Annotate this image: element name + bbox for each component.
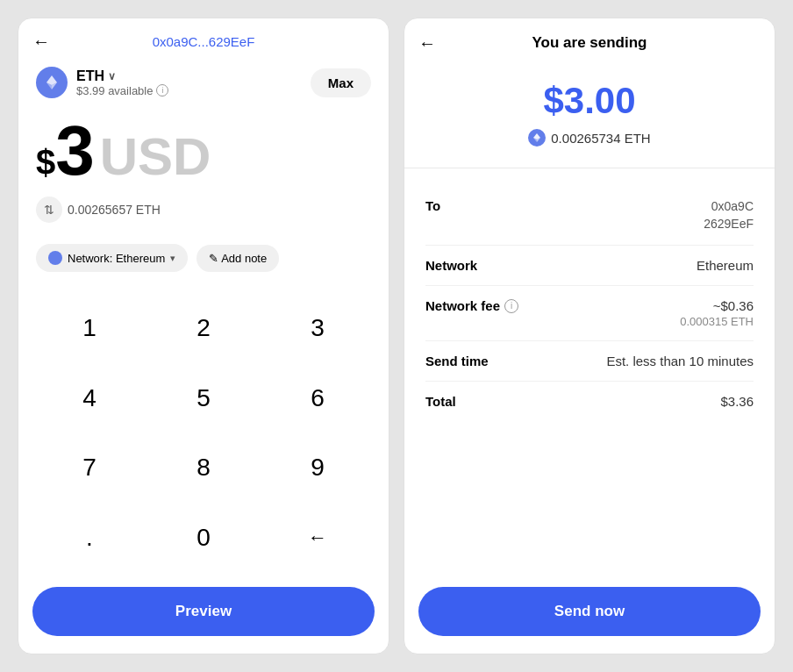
preview-button[interactable]: Preview [32, 587, 375, 636]
key-3[interactable]: 3 [261, 293, 375, 363]
fee-label-row: Network fee i [425, 298, 518, 313]
key-0[interactable]: 0 [146, 503, 261, 573]
right-header-title: You are sending [532, 34, 647, 52]
right-header: ← You are sending [404, 18, 775, 62]
details-wrapper: To 0x0a9C 2629EeF Network Ethereum Netwo… [404, 168, 775, 654]
key-backspace[interactable]: ← [261, 503, 375, 573]
left-back-arrow[interactable]: ← [32, 32, 50, 52]
total-label: Total [425, 394, 456, 409]
send-time-value: Est. less than 10 minutes [606, 354, 754, 368]
network-value: Ethereum [697, 258, 754, 273]
fee-eth: 0.000315 ETH [680, 315, 754, 328]
to-address-line1: 0x0a9C [704, 198, 754, 216]
key-9[interactable]: 9 [261, 433, 375, 504]
send-time-row: Send time Est. less than 10 minutes [425, 341, 754, 382]
key-6[interactable]: 6 [261, 363, 375, 433]
total-row: Total $3.36 [425, 382, 754, 421]
key-7[interactable]: 7 [32, 433, 146, 504]
eth-logo-icon [36, 67, 68, 98]
eth-equivalent-row: ⇅ 0.00265657 ETH [18, 189, 389, 237]
add-note-button[interactable]: ✎ Add note [196, 245, 279, 272]
fee-row: Network fee i ~$0.36 0.000315 ETH [425, 286, 754, 341]
token-chevron-icon: ∨ [108, 70, 116, 82]
recipient-address[interactable]: 0x0a9C...629EeF [153, 34, 255, 49]
sending-eth-row: 0.00265734 ETH [528, 129, 650, 147]
fee-info-icon[interactable]: i [504, 299, 518, 313]
token-info[interactable]: ETH ∨ $3.99 available i [36, 67, 168, 98]
key-4[interactable]: 4 [32, 363, 146, 433]
network-label: Network [425, 258, 477, 273]
to-label: To [425, 198, 440, 213]
key-5[interactable]: 5 [146, 363, 261, 433]
network-button[interactable]: Network: Ethereum ▾ [36, 244, 188, 272]
sending-eth-amount: 0.00265734 ETH [551, 131, 650, 146]
dollar-sign: $ [36, 143, 55, 182]
max-button[interactable]: Max [311, 68, 371, 97]
network-label: Network: Ethereum [68, 252, 165, 265]
send-now-button[interactable]: Send now [418, 587, 761, 636]
network-row: Network Ethereum [425, 246, 754, 286]
key-dot[interactable]: . [32, 503, 146, 573]
fee-label: Network fee [425, 298, 500, 313]
eth-small-icon [528, 129, 546, 147]
fee-value: ~$0.36 [680, 298, 754, 313]
details-section: To 0x0a9C 2629EeF Network Ethereum Netwo… [404, 168, 775, 439]
key-2[interactable]: 2 [146, 293, 261, 363]
to-address-line2: 2629EeF [704, 216, 754, 233]
amount-currency: USD [100, 131, 211, 183]
left-header: ← 0x0a9C...629EeF [18, 18, 389, 60]
total-value: $3.36 [720, 394, 754, 409]
amount-number: 3 [55, 116, 95, 186]
send-time-label: Send time [425, 354, 489, 368]
to-row: To 0x0a9C 2629EeF [425, 186, 754, 246]
amount-display: $ 3 USD [18, 109, 389, 189]
sending-usd-amount: $3.00 [543, 80, 635, 122]
token-available: $3.99 available i [76, 84, 168, 97]
right-back-arrow[interactable]: ← [418, 33, 436, 54]
network-eth-icon [48, 251, 62, 265]
available-info-icon[interactable]: i [156, 84, 168, 97]
token-row: ETH ∨ $3.99 available i Max [18, 60, 389, 109]
network-chevron-icon: ▾ [170, 253, 175, 264]
eth-equiv-text: 0.00265657 ETH [68, 203, 161, 217]
key-1[interactable]: 1 [32, 293, 146, 363]
key-8[interactable]: 8 [146, 433, 261, 504]
swap-icon[interactable]: ⇅ [36, 197, 62, 223]
options-row: Network: Ethereum ▾ ✎ Add note [18, 237, 389, 290]
token-name[interactable]: ETH ∨ [76, 68, 168, 84]
token-details: ETH ∨ $3.99 available i [76, 68, 168, 97]
keypad: 1 2 3 4 5 6 7 8 9 . 0 ← [18, 290, 389, 576]
sending-amount-section: $3.00 0.00265734 ETH [404, 62, 775, 168]
